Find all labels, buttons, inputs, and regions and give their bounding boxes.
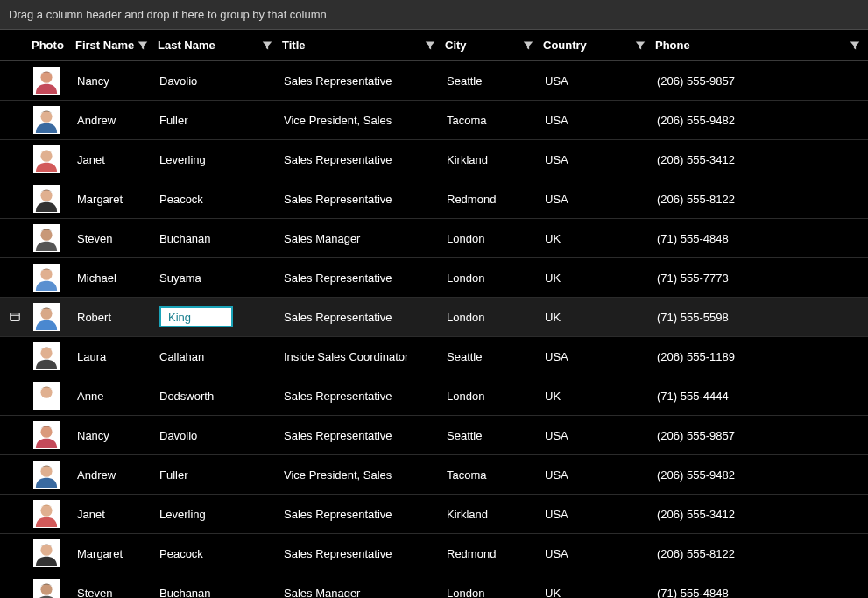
cell-first-name[interactable]: Janet xyxy=(74,153,156,166)
cell-phone[interactable]: (71) 555-4444 xyxy=(653,390,868,403)
cell-city[interactable]: Tacoma xyxy=(443,114,541,127)
table-row[interactable]: AndrewFullerVice President, SalesTacomaU… xyxy=(0,101,868,140)
cell-last-name[interactable]: Buchanan xyxy=(156,232,280,245)
cell-city[interactable]: Seattle xyxy=(443,350,541,363)
table-row[interactable]: AndrewFullerVice President, SalesTacomaU… xyxy=(0,455,868,495)
cell-first-name[interactable]: Margaret xyxy=(74,547,156,560)
cell-first-name[interactable]: Steven xyxy=(74,587,156,599)
cell-city[interactable]: Kirkland xyxy=(443,153,541,166)
table-row[interactable]: AnneDodsworthSales RepresentativeLondonU… xyxy=(0,376,868,416)
cell-phone[interactable]: (206) 555-9482 xyxy=(653,468,868,482)
cell-phone[interactable]: (206) 555-3412 xyxy=(653,508,868,521)
cell-editor[interactable] xyxy=(159,306,233,327)
filter-icon[interactable] xyxy=(261,39,273,52)
table-row[interactable]: StevenBuchananSales ManagerLondonUK(71) … xyxy=(0,573,868,598)
cell-first-name[interactable]: Robert xyxy=(74,311,156,324)
cell-title[interactable]: Sales Manager xyxy=(280,587,443,599)
cell-city[interactable]: Redmond xyxy=(443,193,541,206)
cell-phone[interactable]: (206) 555-8122 xyxy=(653,547,868,560)
cell-title[interactable]: Sales Representative xyxy=(280,271,443,285)
cell-country[interactable]: UK xyxy=(541,390,653,403)
cell-phone[interactable]: (71) 555-4848 xyxy=(653,587,868,599)
header-last-name[interactable]: Last Name xyxy=(156,30,280,60)
cell-last-name[interactable]: Buchanan xyxy=(156,587,280,599)
cell-title[interactable]: Sales Representative xyxy=(280,429,443,442)
table-row[interactable]: LauraCallahanInside Sales CoordinatorSea… xyxy=(0,337,868,376)
cell-last-name[interactable]: Suyama xyxy=(156,271,280,285)
cell-title[interactable]: Vice President, Sales xyxy=(280,468,443,482)
table-row[interactable]: JanetLeverlingSales RepresentativeKirkla… xyxy=(0,495,868,534)
cell-city[interactable]: Seattle xyxy=(443,429,541,442)
cell-city[interactable]: London xyxy=(443,271,541,285)
cell-title[interactable]: Sales Representative xyxy=(280,311,443,324)
cell-first-name[interactable]: Michael xyxy=(74,271,156,285)
cell-first-name[interactable]: Nancy xyxy=(74,74,156,88)
cell-title[interactable]: Inside Sales Coordinator xyxy=(280,350,443,363)
cell-city[interactable]: Redmond xyxy=(443,547,541,560)
cell-first-name[interactable]: Margaret xyxy=(74,193,156,206)
cell-city[interactable]: London xyxy=(443,311,541,324)
cell-last-name[interactable]: Callahan xyxy=(156,350,280,363)
header-city[interactable]: City xyxy=(443,30,541,60)
cell-country[interactable]: USA xyxy=(541,429,653,442)
cell-country[interactable]: USA xyxy=(541,74,653,88)
cell-first-name[interactable]: Anne xyxy=(74,390,156,403)
cell-city[interactable]: Tacoma xyxy=(443,468,541,482)
cell-last-name[interactable]: Peacock xyxy=(156,193,280,206)
cell-first-name[interactable]: Steven xyxy=(74,232,156,245)
cell-title[interactable]: Sales Representative xyxy=(280,193,443,206)
filter-icon[interactable] xyxy=(522,39,534,52)
cell-phone[interactable]: (71) 555-7773 xyxy=(653,271,868,285)
cell-last-name[interactable]: Leverling xyxy=(156,508,280,521)
cell-title[interactable]: Sales Representative xyxy=(280,508,443,521)
header-phone[interactable]: Phone xyxy=(653,30,868,60)
cell-editor-input[interactable] xyxy=(166,310,226,325)
cell-phone[interactable]: (206) 555-9857 xyxy=(653,429,868,442)
table-row[interactable]: RobertSales RepresentativeLondonUK(71) 5… xyxy=(0,298,868,337)
cell-country[interactable]: USA xyxy=(541,508,653,521)
cell-last-name[interactable]: Fuller xyxy=(156,114,280,127)
cell-title[interactable]: Sales Representative xyxy=(280,547,443,560)
cell-phone[interactable]: (206) 555-1189 xyxy=(653,350,868,363)
table-row[interactable]: NancyDavolioSales RepresentativeSeattleU… xyxy=(0,416,868,455)
cell-phone[interactable]: (206) 555-9482 xyxy=(653,114,868,127)
cell-country[interactable]: UK xyxy=(541,587,653,599)
cell-phone[interactable]: (71) 555-4848 xyxy=(653,232,868,245)
cell-country[interactable]: UK xyxy=(541,271,653,285)
cell-last-name[interactable]: Peacock xyxy=(156,547,280,560)
cell-phone[interactable]: (206) 555-8122 xyxy=(653,193,868,206)
filter-icon[interactable] xyxy=(137,39,149,52)
cell-country[interactable]: UK xyxy=(541,311,653,324)
filter-icon[interactable] xyxy=(634,39,646,52)
cell-title[interactable]: Sales Representative xyxy=(280,74,443,88)
cell-city[interactable]: Seattle xyxy=(443,74,541,88)
table-row[interactable]: StevenBuchananSales ManagerLondonUK(71) … xyxy=(0,219,868,258)
table-row[interactable]: NancyDavolioSales RepresentativeSeattleU… xyxy=(0,61,868,101)
cell-first-name[interactable]: Janet xyxy=(74,508,156,521)
table-row[interactable]: MargaretPeacockSales RepresentativeRedmo… xyxy=(0,534,868,573)
filter-icon[interactable] xyxy=(849,39,861,52)
cell-country[interactable]: USA xyxy=(541,350,653,363)
cell-country[interactable]: USA xyxy=(541,193,653,206)
cell-first-name[interactable]: Andrew xyxy=(74,114,156,127)
cell-city[interactable]: London xyxy=(443,232,541,245)
cell-last-name[interactable] xyxy=(156,306,280,327)
cell-city[interactable]: London xyxy=(443,390,541,403)
cell-first-name[interactable]: Laura xyxy=(74,350,156,363)
cell-country[interactable]: USA xyxy=(541,468,653,482)
cell-last-name[interactable]: Davolio xyxy=(156,429,280,442)
cell-title[interactable]: Sales Representative xyxy=(280,390,443,403)
cell-title[interactable]: Sales Manager xyxy=(280,232,443,245)
cell-title[interactable]: Sales Representative xyxy=(280,153,443,166)
cell-first-name[interactable]: Andrew xyxy=(74,468,156,482)
cell-phone[interactable]: (206) 555-3412 xyxy=(653,153,868,166)
cell-last-name[interactable]: Dodsworth xyxy=(156,390,280,403)
cell-phone[interactable]: (71) 555-5598 xyxy=(653,311,868,324)
cell-country[interactable]: UK xyxy=(541,232,653,245)
cell-city[interactable]: London xyxy=(443,587,541,599)
table-row[interactable]: JanetLeverlingSales RepresentativeKirkla… xyxy=(0,140,868,179)
cell-country[interactable]: USA xyxy=(541,153,653,166)
cell-first-name[interactable]: Nancy xyxy=(74,429,156,442)
cell-phone[interactable]: (206) 555-9857 xyxy=(653,74,868,88)
header-photo[interactable]: Photo xyxy=(30,30,74,60)
